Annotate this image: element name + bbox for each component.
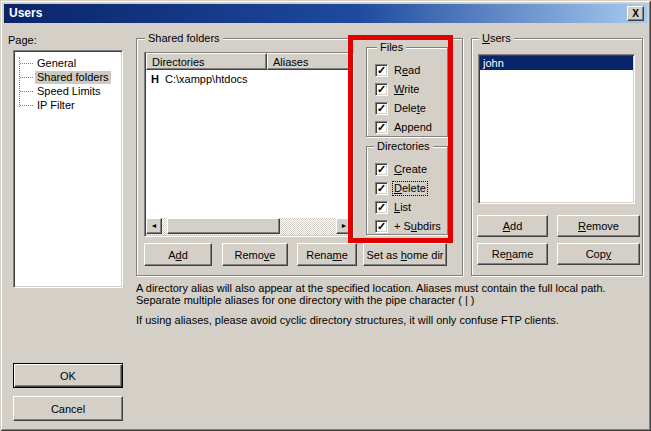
tree-item-label: General xyxy=(35,57,78,70)
checkbox-list[interactable]: ✓ List xyxy=(375,200,412,215)
users-dialog: Users X Page: General Shared folders Spe… xyxy=(0,0,651,431)
column-header-directories[interactable]: Directories xyxy=(146,53,267,70)
add-folder-button[interactable]: Add xyxy=(144,243,212,266)
tree-item-general[interactable]: General xyxy=(20,56,78,70)
checkbox-read[interactable]: ✓ Read xyxy=(375,63,421,78)
checkbox-label: List xyxy=(393,201,412,214)
column-header-aliases[interactable]: Aliases xyxy=(267,53,353,70)
set-as-home-dir-button[interactable]: Set as home dir xyxy=(363,243,447,266)
checkbox-append[interactable]: ✓ Append xyxy=(375,120,433,135)
tree-stub-icon xyxy=(20,63,33,64)
title-bar[interactable]: Users xyxy=(4,4,647,23)
horizontal-scrollbar[interactable]: ◄ ► xyxy=(146,218,352,235)
button-label: Cancel xyxy=(51,403,85,415)
alias-help-paragraph-2: If using aliases, please avoid cyclic di… xyxy=(136,315,651,327)
tree-item-label-selected: Shared folders xyxy=(35,71,111,84)
checkbox-write[interactable]: ✓ Write xyxy=(375,82,420,97)
add-user-button[interactable]: Add xyxy=(477,215,548,237)
home-dir-flag: H xyxy=(151,73,159,85)
button-label: OK xyxy=(60,370,76,382)
checkbox-label: Create xyxy=(393,163,428,176)
users-legend: Users xyxy=(479,32,514,45)
window-title: Users xyxy=(9,6,42,20)
checkbox-label: Read xyxy=(393,64,421,77)
checkbox-create[interactable]: ✓ Create xyxy=(375,162,428,177)
checkbox-label-focused: Delete xyxy=(393,182,427,195)
checkbox-subdirs[interactable]: ✓ + Subdirs xyxy=(375,219,442,234)
ok-button[interactable]: OK xyxy=(13,363,123,388)
page-tree[interactable]: General Shared folders Speed Limits IP F… xyxy=(13,50,123,288)
checkbox-checked-icon[interactable]: ✓ xyxy=(375,64,388,77)
remove-folder-button[interactable]: Remove xyxy=(222,243,288,266)
button-label: Copy xyxy=(586,248,612,260)
tree-item-ip-filter[interactable]: IP Filter xyxy=(20,98,77,112)
shared-folders-legend: Shared folders xyxy=(145,32,223,45)
rename-user-button[interactable]: Rename xyxy=(477,243,548,265)
checkbox-checked-icon[interactable]: ✓ xyxy=(375,83,388,96)
directories-legend: Directories xyxy=(374,140,433,153)
cancel-button[interactable]: Cancel xyxy=(13,396,123,421)
alias-help-paragraph-1: A directory alias will also appear at th… xyxy=(136,283,651,306)
button-label: Set as home dir xyxy=(366,249,443,261)
scroll-left-button[interactable]: ◄ xyxy=(146,218,162,234)
button-label: Add xyxy=(168,249,188,261)
checkbox-label: Delete xyxy=(393,102,427,115)
tree-stub-icon xyxy=(20,77,33,78)
tree-stub-icon xyxy=(20,91,33,92)
alias-help-text: A directory alias will also appear at th… xyxy=(136,283,651,327)
checkbox-checked-icon[interactable]: ✓ xyxy=(375,163,388,176)
checkbox-label: + Subdirs xyxy=(393,220,442,233)
files-legend: Files xyxy=(377,41,406,54)
column-header-label: Aliases xyxy=(273,56,308,68)
page-label: Page: xyxy=(8,34,37,46)
tree-item-speed-limits[interactable]: Speed Limits xyxy=(20,84,103,98)
directories-listview[interactable]: Directories Aliases H C:\xampp\htdocs ◄ … xyxy=(144,52,354,237)
checkbox-checked-icon[interactable]: ✓ xyxy=(375,220,388,233)
scroll-right-button[interactable]: ► xyxy=(336,218,352,234)
checkbox-label: Append xyxy=(393,121,433,134)
rename-folder-button[interactable]: Rename xyxy=(297,243,357,266)
checkbox-checked-icon[interactable]: ✓ xyxy=(375,102,388,115)
checkbox-delete-files[interactable]: ✓ Delete xyxy=(375,101,427,116)
tree-item-label: Speed Limits xyxy=(35,85,103,98)
checkbox-label: Write xyxy=(393,83,420,96)
directories-permissions-group: Directories ✓ Create ✓ Delete ✓ List ✓ +… xyxy=(366,146,448,235)
column-header-label: Directories xyxy=(152,56,205,68)
scrollbar-thumb[interactable] xyxy=(167,218,280,234)
copy-user-button[interactable]: Copy xyxy=(557,243,640,265)
button-label: Remove xyxy=(578,220,619,232)
tree-item-shared-folders[interactable]: Shared folders xyxy=(20,70,111,84)
remove-user-button[interactable]: Remove xyxy=(557,215,640,237)
tree-stub-icon xyxy=(20,105,33,106)
close-button[interactable]: X xyxy=(627,6,644,21)
button-label: Remove xyxy=(235,249,276,261)
close-icon: X xyxy=(632,8,639,19)
button-label: Rename xyxy=(492,248,534,260)
checkbox-checked-icon[interactable]: ✓ xyxy=(375,121,388,134)
checkbox-checked-icon[interactable]: ✓ xyxy=(375,182,388,195)
button-label: Add xyxy=(503,220,523,232)
scroll-left-icon: ◄ xyxy=(151,222,158,229)
files-permissions-group: Files ✓ Read ✓ Write ✓ Delete ✓ Append xyxy=(366,47,448,137)
users-listbox[interactable]: john xyxy=(478,54,635,204)
checkbox-checked-icon[interactable]: ✓ xyxy=(375,201,388,214)
directory-path: C:\xampp\htdocs xyxy=(165,73,248,85)
tree-item-label: IP Filter xyxy=(35,99,77,112)
scroll-right-icon: ► xyxy=(341,222,348,229)
button-label: Rename xyxy=(306,249,348,261)
list-item-user-selected[interactable]: john xyxy=(480,56,633,70)
checkbox-delete-dirs[interactable]: ✓ Delete xyxy=(375,181,427,196)
